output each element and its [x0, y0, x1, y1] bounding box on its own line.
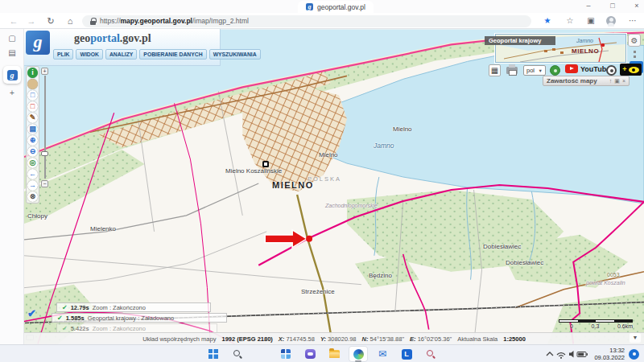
status-message: ✔1.585sGeoportal krajowy : Załadowano — [52, 313, 227, 323]
refresh-button[interactable]: ↻ — [43, 14, 58, 27]
maximize-button[interactable]: □ — [602, 0, 623, 12]
system-tray[interactable]: 13:32 09.03.2022 — [543, 345, 639, 362]
collections-icon[interactable]: ▣ — [584, 14, 597, 27]
tool-draw[interactable]: ✎ — [27, 113, 38, 123]
menu-widok[interactable]: WIDOK — [76, 49, 102, 60]
menu-wyszukiwania[interactable]: WYSZUKIWANIA — [209, 49, 261, 60]
scalebar-tick: 0 — [570, 323, 573, 329]
tool-next-view[interactable]: → — [27, 180, 38, 191]
browser-vertical-tabs: ▢ ▤ g + — [0, 29, 24, 344]
geoportal-logo: g — [26, 31, 50, 55]
taskbar-search[interactable] — [228, 346, 247, 362]
tool-pan[interactable] — [27, 79, 38, 89]
tab-group-icon[interactable]: ▤ — [0, 48, 24, 57]
home-button[interactable]: ⌂ — [63, 14, 77, 27]
slider-track[interactable] — [44, 76, 46, 179]
status-time: 1.585s — [66, 315, 85, 322]
menu-plik[interactable]: PLIK — [53, 49, 73, 60]
high-contrast-button[interactable]: + — [620, 64, 642, 76]
zoom-in-button[interactable]: + — [41, 68, 48, 75]
clock[interactable]: 13:32 09.03.2022 — [594, 347, 625, 362]
collapse-statusbar-chevron[interactable]: ▼ — [630, 333, 641, 343]
status-text: Geoportal krajowy : Załadowano — [88, 315, 175, 322]
windows-taskbar: ✉L 13:32 09.03.2022 — [0, 344, 644, 362]
tool-select-box-blue[interactable]: □ — [27, 90, 38, 101]
panel-window-icon[interactable]: ▣ — [614, 76, 620, 85]
tool-select-box-red[interactable]: □ — [27, 101, 38, 112]
zoom-out-button[interactable]: − — [41, 180, 48, 187]
youtube-link[interactable]: YouTube — [565, 64, 610, 73]
close-button[interactable]: × — [626, 0, 644, 12]
contact-button[interactable] — [550, 65, 560, 76]
address-bar[interactable]: https://mapy.geoportal.gov.pl/imap/Imgp_… — [82, 15, 531, 27]
minimap-label-mielno: MIELNO — [572, 47, 599, 55]
panel-controls: ↑▣× — [609, 76, 625, 85]
status-message: ✔12.79sZoom : Zakończono — [56, 302, 211, 312]
language-value: pol — [526, 67, 535, 74]
tray-time: 13:32 — [594, 347, 625, 354]
print-icon[interactable] — [506, 67, 518, 74]
taskbar-app-l[interactable]: L — [397, 346, 416, 362]
tool-zoom-in[interactable]: ⊕ — [27, 135, 38, 146]
taskbar-task-view[interactable] — [252, 346, 271, 362]
taskbar-chat[interactable] — [300, 346, 320, 362]
tab-title: geoportal.gov.pl — [317, 3, 365, 11]
minimize-button[interactable]: – — [578, 0, 599, 12]
tool-zoom-out[interactable]: ⊖ — [27, 146, 38, 157]
settings-gear-icon[interactable]: ⚙ — [628, 34, 641, 47]
taskbar-explorer[interactable] — [324, 346, 344, 362]
speaker-icon — [569, 351, 574, 358]
tool-full-extent[interactable]: ◎ — [27, 158, 38, 168]
check-icon: ✔ — [62, 304, 68, 311]
active-vertical-tab[interactable]: g — [3, 66, 21, 84]
tray-date: 09.03.2022 — [594, 354, 625, 361]
browser-window: g geoportal.gov.pl – □ × ← → ↻ ⌂ https:/… — [0, 0, 644, 362]
qr-code-button[interactable]: ▦ — [489, 64, 501, 76]
status-messages: ✔12.79sZoom : Zakończono✔1.585sGeoportal… — [52, 302, 245, 334]
mail-icon: ✉ — [377, 349, 388, 360]
geoportal-favicon: g — [306, 3, 313, 10]
lock-icon — [90, 21, 96, 25]
taskbar-edge[interactable] — [349, 346, 368, 362]
panel-close-icon[interactable]: × — [622, 76, 625, 85]
tool-identify[interactable]: i — [27, 68, 38, 78]
taskbar-widgets[interactable] — [276, 346, 295, 362]
slider-handle[interactable] — [41, 151, 48, 156]
more-menu-icon[interactable]: ⋯ — [626, 14, 639, 27]
browser-tab[interactable]: g geoportal.gov.pl — [298, 1, 374, 13]
forward-button[interactable]: → — [24, 14, 39, 27]
new-tab-button[interactable]: + — [0, 88, 24, 97]
map-viewport[interactable]: MielnoMielno KoszalińskieMIELNOPOLSKAZac… — [24, 29, 644, 344]
taskbar-mail[interactable]: ✉ — [373, 346, 392, 362]
contrast-eye-icon — [629, 67, 639, 73]
tab-list-icon[interactable]: ▢ — [0, 34, 24, 43]
railway-station-icon — [262, 161, 269, 167]
minimap-label-jamno: Jamno — [576, 38, 593, 43]
site-title: geoportal.gov.pl — [74, 32, 151, 45]
status-time: 5.422s — [71, 325, 89, 332]
profile-avatar[interactable] — [606, 16, 616, 26]
taskbar-start[interactable] — [204, 346, 223, 362]
language-select[interactable]: pol ▼ — [523, 65, 546, 76]
tray-icons[interactable] — [543, 349, 590, 359]
map-scalebar: 00.30.6km — [559, 319, 633, 329]
zoom-slider[interactable]: + − — [41, 68, 49, 188]
map-contents-panel-header[interactable]: Zawartość mapy ↑▣× — [543, 76, 630, 86]
chat-icon — [305, 349, 316, 359]
favorite-star-icon[interactable]: ★ — [541, 14, 554, 27]
taskbar-app-zoom[interactable] — [421, 346, 440, 362]
tool-measure[interactable]: ▤ — [27, 124, 38, 134]
add-favorite-icon[interactable]: ☆ — [564, 14, 576, 27]
accessibility-button[interactable] — [606, 65, 617, 76]
panel-up-icon[interactable]: ↑ — [609, 76, 613, 85]
map-contents-title: Zawartość mapy — [547, 77, 607, 84]
tool-settings[interactable]: ⊗ — [27, 191, 38, 202]
back-button[interactable]: ← — [6, 14, 21, 27]
tool-previous-view[interactable]: ← — [27, 169, 38, 179]
check-icon: ✔ — [57, 315, 63, 322]
menu-pobieranie-danych[interactable]: POBIERANIE DANYCH — [139, 49, 206, 60]
notification-badge[interactable] — [629, 349, 639, 360]
menu-analizy[interactable]: ANALIZY — [105, 49, 137, 60]
caret-down-icon: ▼ — [539, 68, 543, 73]
explorer-icon — [329, 350, 340, 358]
